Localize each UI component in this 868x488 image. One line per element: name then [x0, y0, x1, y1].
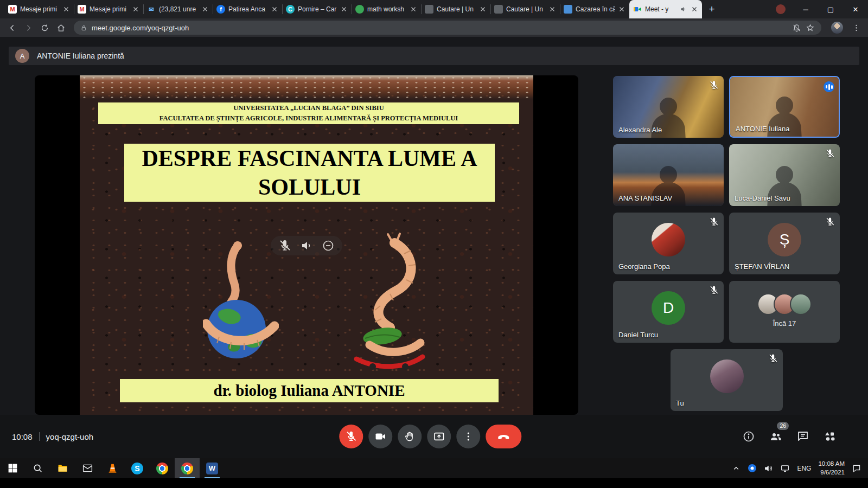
- raise-hand-button[interactable]: [398, 425, 422, 448]
- bookmark-star-icon[interactable]: [806, 23, 815, 33]
- taskbar-mail-icon[interactable]: [75, 458, 100, 478]
- tab-audio-icon[interactable]: [680, 5, 687, 13]
- browser-tab[interactable]: ✉(23,821 unre: [143, 0, 213, 18]
- tray-overflow-chevron-icon[interactable]: [731, 464, 741, 473]
- browser-tab[interactable]: CPornire – Car: [282, 0, 352, 18]
- network-icon[interactable]: [780, 464, 790, 473]
- browser-tab[interactable]: MMesaje primi: [4, 0, 74, 18]
- present-button[interactable]: [427, 425, 451, 448]
- taskbar-skype-icon[interactable]: S: [125, 458, 150, 478]
- taskbar-vlc-icon[interactable]: [100, 458, 125, 478]
- mic-toggle-button[interactable]: [339, 425, 363, 448]
- maximize-button[interactable]: ▢: [818, 0, 843, 18]
- window-controls: ─ ▢ ✕: [776, 0, 868, 18]
- participant-tile[interactable]: ȘȘTEFAN VÎRLAN: [729, 213, 840, 274]
- meeting-code: yoq-qzgt-uoh: [46, 432, 94, 441]
- tab-close-icon[interactable]: [201, 5, 209, 13]
- slide-author: dr. biolog Iuliana ANTONIE: [120, 379, 499, 402]
- participant-tile[interactable]: Georgiana Popa: [613, 213, 724, 274]
- browser-tab[interactable]: Cazarea în că: [560, 0, 629, 18]
- tab-close-icon[interactable]: [479, 5, 487, 13]
- tab-close-icon[interactable]: [132, 5, 139, 13]
- tab-close-icon[interactable]: [410, 5, 417, 13]
- chat-icon[interactable]: [796, 430, 809, 443]
- address-bar[interactable]: meet.google.com/yoq-qzgt-uoh: [74, 21, 821, 35]
- speaking-indicator-icon: [824, 81, 834, 92]
- participants-icon[interactable]: 26: [769, 430, 782, 443]
- back-button[interactable]: [4, 20, 20, 35]
- participant-name: Tu: [676, 399, 684, 407]
- system-tray: ENG 10:08 AM 9/6/2021: [731, 460, 868, 477]
- taskbar-file-explorer-icon[interactable]: [50, 458, 75, 478]
- notifications-blocked-icon[interactable]: [792, 23, 801, 33]
- browser-profile-avatar[interactable]: [831, 22, 843, 34]
- tab-close-icon[interactable]: [691, 5, 698, 13]
- taskbar-start-icon[interactable]: [0, 458, 25, 478]
- meeting-details-icon[interactable]: [742, 430, 755, 443]
- browser-tab[interactable]: Cautare | Un: [421, 0, 490, 18]
- browser-tab[interactable]: math worksh: [352, 0, 421, 18]
- canva-icon: C: [286, 5, 295, 14]
- site-icon: [494, 5, 503, 14]
- tab-title: Meet - y: [645, 5, 676, 13]
- language-indicator[interactable]: ENG: [797, 465, 811, 472]
- browser-tab[interactable]: fPatirea Anca: [213, 0, 282, 18]
- tab-close-icon[interactable]: [618, 5, 626, 13]
- site-icon: [564, 5, 572, 14]
- taskbar-chrome-icon[interactable]: [150, 458, 175, 478]
- tray-app-icon[interactable]: [748, 464, 756, 472]
- presentation-volume-icon[interactable]: [300, 239, 313, 252]
- participant-tile[interactable]: Încă 17: [729, 281, 840, 343]
- pointer-mic-off-icon[interactable]: [278, 239, 291, 252]
- tab-close-icon[interactable]: [548, 5, 556, 13]
- windows-taskbar: SW ENG 10:08 AM 9/6/2021: [0, 458, 868, 478]
- taskbar-search-icon[interactable]: [25, 458, 50, 478]
- action-center-icon[interactable]: [852, 464, 861, 473]
- participant-tile[interactable]: ANTONIE Iuliana: [729, 76, 840, 138]
- participant-tile[interactable]: Luca-Daniel Savu: [729, 144, 840, 206]
- taskbar-chrome-active-icon[interactable]: [175, 458, 200, 478]
- forward-button[interactable]: [21, 20, 36, 35]
- tab-title: Cautare | Un: [506, 5, 545, 13]
- clock-time: 10:08 AM: [818, 460, 845, 468]
- refresh-button[interactable]: [37, 20, 52, 35]
- profile-badge-icon[interactable]: [776, 4, 786, 14]
- letter-avatar: D: [652, 291, 685, 325]
- presenter-avatar: A: [15, 49, 29, 63]
- home-button[interactable]: [53, 20, 68, 35]
- volume-icon[interactable]: [763, 464, 773, 473]
- end-call-button[interactable]: [486, 425, 521, 448]
- participant-count-badge: 26: [777, 422, 789, 430]
- tab-close-icon[interactable]: [271, 5, 278, 13]
- presentation-slide: UNIVERSITATEA „LUCIAN BLAGA” DIN SIBIU F…: [80, 75, 533, 415]
- taskbar-clock[interactable]: 10:08 AM 9/6/2021: [818, 460, 845, 477]
- taskbar-word-icon[interactable]: W: [200, 458, 225, 478]
- participant-name: Luca-Daniel Savu: [735, 194, 790, 202]
- participant-tile[interactable]: DDaniel Turcu: [613, 281, 724, 343]
- camera-toggle-button[interactable]: [368, 425, 392, 448]
- more-options-button[interactable]: [456, 425, 480, 448]
- participant-tile[interactable]: Alexandra Ale: [613, 76, 724, 138]
- browser-tab-active[interactable]: Meet - y: [629, 0, 702, 18]
- participant-tile[interactable]: Tu: [671, 349, 783, 411]
- presenting-text: ANTONIE Iuliana prezintă: [37, 52, 124, 60]
- avatar: [790, 293, 812, 315]
- participant-tile[interactable]: ANA STANISLAV: [613, 144, 724, 206]
- tab-title: Mesaje primi: [20, 5, 59, 13]
- tab-title: Mesaje primi: [90, 5, 129, 13]
- browser-tab[interactable]: Cautare | Un: [490, 0, 560, 18]
- close-button[interactable]: ✕: [843, 0, 868, 18]
- tab-close-icon[interactable]: [340, 5, 348, 13]
- presentation-stage[interactable]: UNIVERSITATEA „LUCIAN BLAGA” DIN SIBIU F…: [35, 75, 578, 415]
- activities-icon[interactable]: [824, 430, 837, 443]
- participant-name: ANTONIE Iuliana: [736, 125, 789, 133]
- mic-off-icon: [768, 354, 778, 363]
- participant-name: ANA STANISLAV: [618, 194, 672, 202]
- new-tab-button[interactable]: +: [704, 2, 719, 17]
- presentation-hover-controls: [271, 236, 342, 255]
- tab-close-icon[interactable]: [62, 5, 70, 13]
- browser-tab[interactable]: MMesaje primi: [74, 0, 143, 18]
- browser-menu-icon[interactable]: [848, 20, 864, 35]
- remove-tile-icon[interactable]: [322, 239, 335, 252]
- minimize-button[interactable]: ─: [793, 0, 818, 18]
